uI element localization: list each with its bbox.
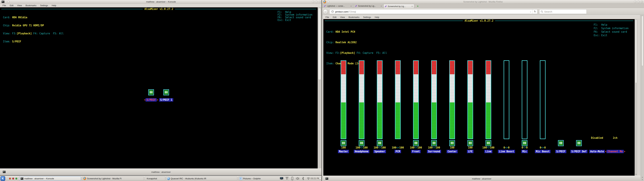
menu-settings[interactable]: Settings — [38, 4, 50, 7]
scrollbar-thumb[interactable] — [642, 16, 643, 66]
menu-help[interactable]: Help — [50, 4, 58, 7]
mute-indicator[interactable]: 00 — [163, 89, 169, 95]
minimize-button[interactable]: – — [634, 1, 636, 3]
clock[interactable]: 03:21 PM — [310, 177, 320, 180]
channel-label-lfe[interactable]: LFE — [467, 150, 474, 153]
tab-3[interactable]: Screenshot by Lig...× — [384, 4, 414, 8]
mute-indicator[interactable]: 00 — [413, 140, 419, 146]
alsamixer-terminal[interactable]: AlsaMixer v1.0.27.2 Card: HDA NVidia Chi… — [0, 7, 318, 168]
search-input[interactable] — [544, 10, 578, 13]
pager-dot-2[interactable] — [12, 178, 14, 180]
volume-bar[interactable] — [377, 60, 382, 139]
search-bar[interactable] — [539, 9, 587, 14]
volume-bar[interactable] — [431, 60, 437, 139]
mute-indicator[interactable]: 00 — [468, 140, 473, 146]
firefox-titlebar[interactable]: Screenshot by Lightshot - Mozilla Firefo… — [322, 0, 644, 4]
tab-1[interactable]: Lightshot — scree...× — [323, 4, 353, 8]
mute-indicator[interactable]: 00 — [449, 140, 455, 146]
volume-bar[interactable] — [395, 60, 401, 139]
channel-label-headphone[interactable]: Headphone — [354, 150, 369, 153]
tray-bluetooth-icon[interactable] — [301, 176, 305, 180]
terminal-scrollbar[interactable] — [318, 7, 321, 168]
pager-dot-3[interactable] — [16, 178, 17, 180]
volume-bar[interactable] — [504, 60, 509, 139]
terminal-tab-label[interactable]: matthew : alsamixer — [0, 171, 322, 173]
volume-bar[interactable] — [359, 60, 364, 139]
tab-2[interactable]: Screenshot by Lig...× — [354, 4, 384, 8]
scrollbar-thumb[interactable] — [318, 8, 321, 80]
tab-close-icon[interactable]: × — [380, 5, 382, 7]
volume-bar[interactable] — [522, 60, 528, 139]
mute-indicator[interactable]: 00 — [431, 140, 437, 146]
panel-cashew-icon[interactable] — [319, 177, 322, 180]
volume-bar[interactable] — [449, 60, 455, 139]
scrollbar-down-icon[interactable]: ∨ — [641, 179, 644, 181]
menu-bookmarks[interactable]: Bookmarks — [24, 4, 38, 7]
menu-file[interactable]: File — [1, 4, 8, 7]
mute-indicator[interactable]: 00 — [522, 140, 528, 146]
close-button[interactable]: × — [319, 1, 321, 3]
screenshot-menu-edit[interactable]: Edit — [331, 16, 338, 19]
firefox-page-scrollbar[interactable]: ∧ ∨ — [641, 15, 644, 181]
screenshot-menu-settings[interactable]: Settings — [361, 16, 373, 19]
channel-label-s-pdif-1[interactable]: S/PDIF 1 — [159, 98, 173, 102]
mute-indicator[interactable]: 00 — [576, 140, 582, 146]
channel-label-auto-mute[interactable]: Auto-Mute — [589, 150, 605, 153]
volume-bar[interactable] — [413, 60, 419, 139]
tray-phone-icon[interactable] — [290, 176, 294, 180]
channel-label-surround[interactable]: Surround — [427, 150, 441, 153]
maximize-button[interactable]: ▫ — [315, 1, 318, 3]
channel-label-mic-boost[interactable]: Mic Boost — [535, 150, 550, 153]
reload-icon[interactable]: ↻ — [532, 10, 537, 14]
mute-indicator[interactable]: 00 — [359, 140, 364, 146]
channel-label-master[interactable]: Master — [338, 150, 349, 153]
channel-label-front[interactable]: Front — [411, 150, 420, 153]
maximize-button[interactable]: ▫ — [637, 1, 640, 3]
channel-label-pcm[interactable]: PCM — [394, 150, 401, 153]
minimize-button[interactable]: – — [312, 1, 314, 3]
search-magnifier-icon[interactable] — [541, 10, 543, 13]
taskbar-button-konsole[interactable]: matthew : alsamixer – Konsole — [19, 176, 81, 181]
pager-dot-1[interactable] — [9, 178, 11, 180]
tray-wifi-icon[interactable] — [306, 176, 310, 180]
tray-display-icon[interactable] — [280, 176, 284, 180]
menu-view[interactable]: View — [15, 4, 24, 7]
mute-indicator[interactable]: 00 — [148, 89, 154, 95]
volume-bar[interactable] — [468, 60, 473, 139]
channel-label-speaker[interactable]: Speaker — [373, 150, 386, 153]
channel-label-channel-mo[interactable]: <Channel Mo> — [605, 150, 625, 153]
konsole-tabbar[interactable]: matthew : alsamixer — [0, 168, 322, 175]
url-text[interactable]: prntscr.com/72nrqi — [335, 10, 356, 13]
screenshot-menu-bookmarks[interactable]: Bookmarks — [347, 16, 361, 19]
channel-label-s-pdif[interactable]: S/PDIF — [555, 150, 566, 153]
tray-volume-icon[interactable] — [296, 176, 300, 180]
volume-bar[interactable] — [486, 60, 491, 139]
screenshot-menu-file[interactable]: File — [324, 16, 331, 19]
volume-bar[interactable] — [540, 60, 546, 139]
channel-label-line[interactable]: Line — [484, 150, 492, 153]
scrollbar-up-icon[interactable]: ∧ — [641, 176, 644, 178]
channel-label-mic[interactable]: Mic — [521, 150, 528, 153]
konsole-titlebar[interactable]: matthew : alsamixer – Konsole – ▫ × — [0, 0, 322, 4]
url-dropdown-chevron-icon[interactable]: ⌄ — [528, 10, 532, 13]
taskbar-button-firefox[interactable]: Screenshot by Lightshot - Mozilla Fi — [82, 176, 144, 181]
taskbar-button-quassel[interactable]: Quassel IRC - #kubuntu (Kubuntu IR — [166, 176, 237, 181]
back-button[interactable]: ← — [323, 9, 328, 14]
tab-close-icon[interactable]: × — [411, 5, 413, 8]
url-bar[interactable]: prntscr.com/72nrqi ⌄ ↻ — [330, 9, 538, 14]
site-identity-globe-icon[interactable] — [331, 10, 334, 13]
close-button[interactable]: × — [641, 1, 643, 3]
channel-label-line-boost[interactable]: Line Boost — [498, 150, 515, 153]
mute-indicator[interactable]: 00 — [340, 140, 346, 146]
taskbar-button-ksnapshot[interactable]: Ksnapshot — [145, 176, 165, 181]
screenshot-menu-help[interactable]: Help — [373, 16, 381, 19]
kmenu-launcher-button[interactable]: K — [0, 176, 5, 181]
channel-label-s-pdif-def[interactable]: S/PDIF Def — [570, 150, 588, 153]
tab-close-icon[interactable]: × — [350, 5, 352, 7]
mute-indicator[interactable]: 00 — [377, 140, 382, 146]
screenshot-menu-view[interactable]: View — [338, 16, 347, 19]
volume-bar[interactable] — [340, 60, 346, 139]
mute-indicator[interactable]: 00 — [486, 140, 491, 146]
new-tab-button[interactable]: + — [416, 4, 420, 8]
tray-scissors-icon[interactable] — [285, 176, 289, 180]
